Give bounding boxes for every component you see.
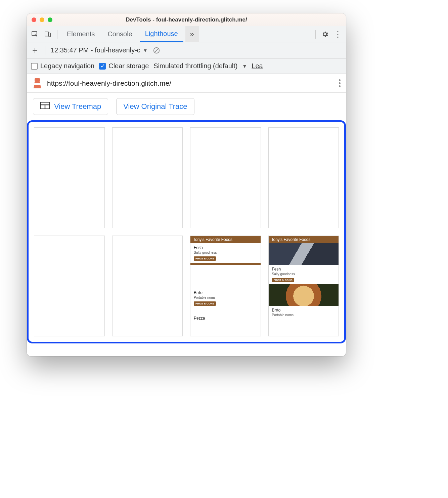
food-card: Fesh Salty goodness PROS & CONS: [190, 243, 261, 263]
food-card: Fesh Salty goodness PROS & CONS: [269, 265, 339, 284]
minimize-icon[interactable]: [40, 17, 44, 22]
chevron-down-icon: ▼: [143, 48, 148, 53]
frame-header: Tony's Favorite Foods: [269, 236, 339, 243]
window-title: DevTools - foul-heavenly-direction.glitc…: [27, 16, 346, 23]
filmstrip-frame[interactable]: [190, 127, 261, 228]
settings-icon[interactable]: [320, 29, 330, 40]
pros-cons-badge: PROS & CONS: [194, 301, 216, 306]
food-card: Brrto Portable noms: [269, 306, 339, 320]
view-original-trace-label: View Original Trace: [123, 102, 187, 111]
clear-storage-label: Clear storage: [108, 62, 149, 70]
filmstrip-frame[interactable]: [112, 236, 183, 336]
food-subtitle: Salty goodness: [272, 272, 335, 276]
report-dropdown-label: 12:35:47 PM - foul-heavenly-c: [51, 46, 140, 54]
food-subtitle: Portable noms: [194, 296, 257, 299]
svg-line-4: [154, 48, 158, 52]
frame-header: Tony's Favorite Foods: [190, 236, 261, 243]
report-dropdown[interactable]: 12:35:47 PM - foul-heavenly-c ▼: [51, 46, 148, 54]
inspect-icon[interactable]: [30, 29, 40, 40]
food-image: [269, 243, 339, 265]
pros-cons-badge: PROS & CONS: [194, 256, 216, 261]
devtools-window: DevTools - foul-heavenly-direction.glitc…: [27, 13, 346, 356]
svg-rect-0: [32, 31, 37, 35]
checkbox-unchecked-icon[interactable]: [31, 63, 38, 70]
report-menu-icon[interactable]: [339, 79, 341, 87]
pros-cons-badge: PROS & CONS: [272, 278, 294, 282]
food-title: Brrto: [194, 290, 257, 295]
separator: [57, 30, 57, 39]
report-actions: View Treemap View Original Trace: [27, 93, 346, 120]
clear-icon[interactable]: [151, 45, 162, 56]
filmstrip-frame[interactable]: Tony's Favorite Foods Fesh Salty goodnes…: [268, 236, 339, 336]
food-subtitle: Portable noms: [272, 313, 335, 317]
separator: [315, 30, 316, 39]
report-select-bar: ＋ 12:35:47 PM - foul-heavenly-c ▼: [27, 42, 346, 58]
filmstrip: Tony's Favorite Foods Fesh Salty goodnes…: [27, 120, 346, 343]
checkbox-checked-icon[interactable]: [99, 63, 106, 70]
panel-tabbar: Elements Console Lighthouse » ⋮: [27, 26, 346, 42]
food-title: Pezza: [194, 316, 257, 321]
clear-storage-option[interactable]: Clear storage: [99, 62, 149, 70]
tab-elements[interactable]: Elements: [61, 26, 100, 42]
food-subtitle: Salty goodness: [194, 251, 257, 254]
maximize-icon[interactable]: [48, 17, 52, 22]
more-icon[interactable]: ⋮: [332, 29, 343, 40]
separator: [45, 46, 45, 55]
device-toggle-icon[interactable]: [42, 29, 53, 40]
filmstrip-frame[interactable]: [268, 127, 339, 228]
food-title: Brrto: [272, 308, 335, 313]
new-report-icon[interactable]: ＋: [30, 44, 40, 56]
treemap-icon: [40, 102, 50, 111]
filmstrip-frame[interactable]: [34, 127, 105, 228]
filmstrip-frame[interactable]: Tony's Favorite Foods Fesh Salty goodnes…: [190, 236, 261, 336]
lighthouse-icon: [32, 78, 42, 88]
view-original-trace-button[interactable]: View Original Trace: [116, 98, 194, 115]
lighthouse-options-bar: Legacy navigation Clear storage Simulate…: [27, 58, 346, 74]
report-url-row: https://foul-heavenly-direction.glitch.m…: [27, 74, 346, 93]
throttling-label[interactable]: Simulated throttling (default): [153, 62, 237, 70]
view-treemap-label: View Treemap: [54, 102, 101, 111]
report-url-text: https://foul-heavenly-direction.glitch.m…: [47, 79, 171, 87]
close-icon[interactable]: [32, 17, 36, 22]
filmstrip-frame[interactable]: [34, 236, 105, 336]
food-image: [269, 284, 339, 306]
food-title: Fesh: [194, 245, 257, 250]
tabs-overflow-icon[interactable]: »: [185, 26, 199, 42]
titlebar: DevTools - foul-heavenly-direction.glitc…: [27, 13, 346, 26]
food-card: Brrto Portable noms PROS & CONS: [190, 288, 261, 308]
chevron-down-icon[interactable]: ▼: [242, 64, 247, 69]
filmstrip-frame[interactable]: [112, 127, 183, 228]
tab-lighthouse[interactable]: Lighthouse: [140, 26, 183, 42]
traffic-lights: [27, 17, 52, 22]
food-title: Fesh: [272, 267, 335, 272]
view-treemap-button[interactable]: View Treemap: [33, 98, 108, 115]
legacy-navigation-option[interactable]: Legacy navigation: [31, 62, 94, 70]
tab-console[interactable]: Console: [102, 26, 137, 42]
learn-more-link[interactable]: Lea: [252, 62, 263, 70]
legacy-navigation-label: Legacy navigation: [40, 62, 94, 70]
food-card: Pezza: [190, 314, 261, 323]
